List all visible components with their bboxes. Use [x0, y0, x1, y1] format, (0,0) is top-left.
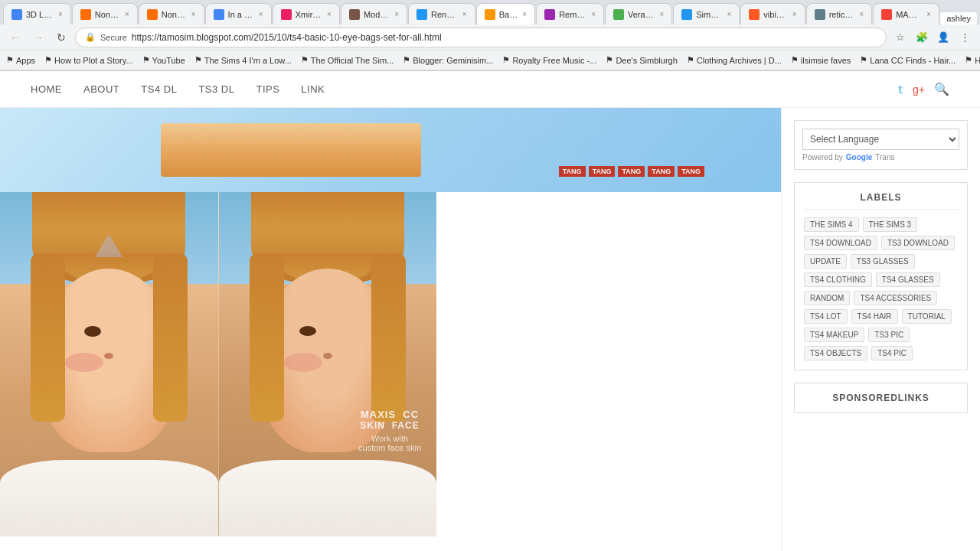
tab-close-button[interactable]: × — [727, 10, 731, 18]
bookmark-item[interactable]: ⚑Royalty Free Music -... — [502, 55, 596, 65]
sponsored-section: SPONSOREDLINKS — [794, 383, 968, 413]
label-tag-ts4-download[interactable]: TS4 DOWNLOAD — [804, 236, 877, 250]
label-tag-random[interactable]: RANDOM — [804, 291, 850, 305]
label-tag-ts4-clothing[interactable]: TS4 CLOTHING — [804, 272, 872, 287]
label-tag-ts3-download[interactable]: TS3 DOWNLOAD — [881, 236, 955, 250]
label-tag-ts4-hair[interactable]: TS4 HAIR — [851, 309, 898, 324]
bookmark-item[interactable]: ⚑YouTube — [142, 55, 185, 65]
tab-close-button[interactable]: × — [125, 10, 129, 18]
tab-label: Mod t... — [364, 10, 390, 19]
tab-tab9[interactable]: Remu... × — [536, 3, 604, 24]
bookmark-item[interactable]: ⚑Apps — [6, 55, 35, 65]
bookmark-item[interactable]: ⚑Helga Tisha — [965, 55, 980, 65]
tab-label: Veran... — [628, 10, 655, 19]
site-nav-link-link[interactable]: LINK — [301, 83, 325, 95]
tab-label: In a b... — [228, 10, 255, 19]
main-face-image: MAXIS CC SKIN FACE Work with custom face… — [0, 192, 436, 536]
bookmark-star-button[interactable]: ☆ — [891, 28, 910, 47]
tab-tab6[interactable]: Mod t... × — [341, 3, 407, 24]
tab-tab13[interactable]: reticu... × — [806, 3, 872, 24]
google-plus-icon[interactable]: g+ — [913, 83, 925, 96]
search-icon[interactable]: 🔍 — [934, 82, 949, 96]
tab-favicon — [613, 9, 624, 20]
bookmark-item[interactable]: ⚑The Official The Sim... — [301, 55, 394, 65]
tab-close-button[interactable]: × — [394, 10, 399, 18]
tab-favicon — [80, 9, 91, 20]
account-button[interactable]: 👤 — [934, 28, 952, 47]
extensions-button[interactable]: 🧩 — [913, 28, 931, 47]
tab-tab2[interactable]: Nona... × — [72, 3, 138, 24]
label-tag-ts4-lot[interactable]: TS4 LOT — [804, 309, 848, 324]
reload-button[interactable]: ↻ — [52, 28, 70, 47]
tab-tab4[interactable]: In a b... × — [205, 3, 272, 24]
tab-tab8[interactable]: Basic × — [476, 3, 536, 24]
label-tag-the-sims-4[interactable]: THE SIMS 4 — [804, 217, 859, 232]
overlay-maxis-cc: MAXIS CC — [358, 409, 421, 420]
bookmark-item[interactable]: ⚑Blogger: Geminisim... — [403, 55, 493, 65]
menu-button[interactable]: ⋮ — [956, 28, 974, 47]
bookmark-label: Royalty Free Music -... — [512, 56, 596, 65]
tab-close-button[interactable]: × — [462, 10, 467, 18]
label-tag-ts4-accessories[interactable]: TS4 ACCESSORIES — [854, 291, 937, 305]
tab-close-button[interactable]: × — [792, 10, 797, 18]
label-tag-ts4-makeup[interactable]: TS4 MAKEUP — [804, 328, 864, 342]
bookmark-item[interactable]: ⚑Dee's Simblurgh — [606, 55, 677, 65]
bookmark-item[interactable]: ⚑How to Plot a Story... — [44, 55, 133, 65]
label-tag-tutorial[interactable]: TUTORIAL — [902, 309, 952, 324]
tab-close-button[interactable]: × — [58, 10, 63, 18]
site-nav-link-tips[interactable]: TIPS — [256, 83, 279, 95]
bookmark-icon: ⚑ — [687, 55, 694, 65]
tab-label: MADI... — [896, 10, 923, 19]
tab-close-button[interactable]: × — [591, 10, 596, 18]
tab-close-button[interactable]: × — [926, 10, 931, 18]
tab-favicon — [485, 9, 495, 20]
label-tag-ts3-glasses[interactable]: TS3 GLASSES — [851, 254, 915, 269]
label-tag-the-sims-3[interactable]: THE SIMS 3 — [863, 217, 918, 232]
labels-title: LABELS — [804, 192, 958, 210]
tab-close-button[interactable]: × — [327, 10, 332, 18]
label-tag-update[interactable]: UPDATE — [804, 254, 847, 269]
forward-button[interactable]: → — [29, 28, 47, 47]
tab-tab11[interactable]: Simpl... × — [673, 3, 740, 24]
tab-tab5[interactable]: Xmira... × — [273, 3, 340, 24]
label-tag-ts3-pic[interactable]: TS3 PIC — [868, 328, 910, 342]
content-area[interactable]: TANG TANG TANG TANG TANG — [0, 108, 781, 551]
site-nav-link-about[interactable]: ABOUT — [83, 83, 119, 95]
site-nav-link-ts3 dl[interactable]: TS3 DL — [198, 83, 234, 95]
label-tag-ts4-pic[interactable]: TS4 PIC — [871, 346, 913, 360]
site-nav-link-ts4 dl[interactable]: TS4 DL — [141, 83, 177, 95]
language-select[interactable]: Select Language — [802, 129, 959, 150]
tab-close-button[interactable]: × — [859, 10, 864, 18]
tab-tab14[interactable]: MADI... × — [873, 3, 939, 24]
twitter-icon[interactable]: 𝕥 — [898, 83, 903, 96]
sidebar: Select Language Powered by Google Trans … — [781, 108, 980, 551]
nav-actions: ☆ 🧩 👤 ⋮ — [891, 28, 974, 47]
tab-close-button[interactable]: × — [522, 10, 527, 18]
tab-tab1[interactable]: 3D La... × — [3, 3, 71, 24]
tab-label: Basic — [499, 10, 519, 19]
tab-close-button[interactable]: × — [191, 10, 196, 18]
url-bar[interactable]: 🔒 Secure https://tamosim.blogspot.com/20… — [75, 28, 887, 47]
back-button[interactable]: ← — [6, 28, 24, 47]
tab-tab7[interactable]: Rensi... × — [408, 3, 475, 24]
tab-tab3[interactable]: Nona... × — [139, 3, 204, 24]
bookmark-item[interactable]: ⚑Lana CC Finds - Hair... — [860, 55, 956, 65]
bookmark-icon: ⚑ — [194, 55, 202, 65]
tab-tab12[interactable]: vibin'... × — [740, 3, 805, 24]
translate-powered: Powered by Google Trans — [802, 153, 959, 161]
tab-close-button[interactable]: × — [259, 10, 263, 18]
label-tag-ts4-objects[interactable]: TS4 OBJECTS — [804, 346, 867, 360]
bookmark-item[interactable]: ⚑The Sims 4 I'm a Low... — [194, 55, 292, 65]
tab-tab10[interactable]: Veran... × — [605, 3, 672, 24]
site-nav-link-home[interactable]: HOME — [31, 83, 62, 95]
trans-text: Trans — [875, 153, 894, 161]
bookmark-label: Lana CC Finds - Hair... — [870, 56, 956, 65]
overlay-skin: SKIN — [360, 420, 385, 431]
face-right: MAXIS CC SKIN FACE Work with custom face… — [218, 192, 437, 536]
label-tag-ts4-glasses[interactable]: TS4 GLASSES — [876, 272, 940, 287]
tab-close-button[interactable]: × — [659, 10, 664, 18]
bookmark-icon: ⚑ — [860, 55, 867, 65]
bookmark-item[interactable]: ⚑Clothing Archives | D... — [687, 55, 782, 65]
tang-label-4: TANG — [648, 166, 675, 177]
bookmark-item[interactable]: ⚑ilsimsie faves — [791, 55, 851, 65]
